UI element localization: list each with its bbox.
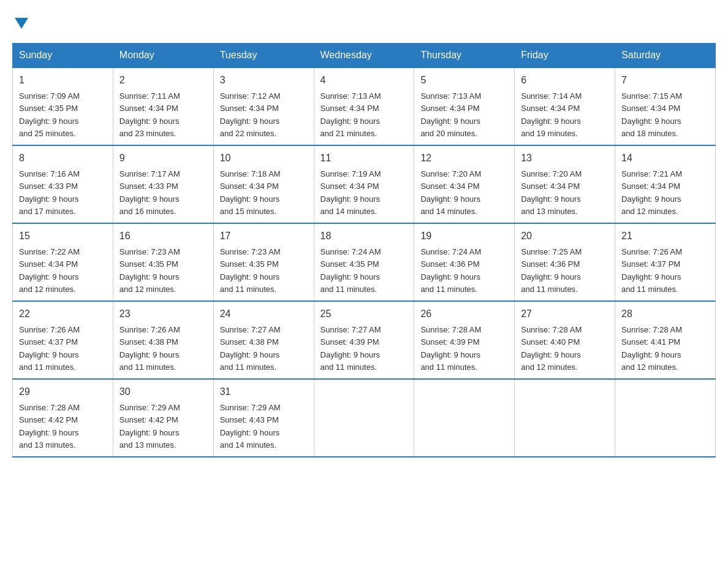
day-info: Sunrise: 7:23 AMSunset: 4:35 PMDaylight:… bbox=[220, 247, 281, 294]
day-info: Sunrise: 7:20 AMSunset: 4:34 PMDaylight:… bbox=[420, 169, 481, 216]
day-info: Sunrise: 7:20 AMSunset: 4:34 PMDaylight:… bbox=[521, 169, 582, 216]
calendar-header-row: SundayMondayTuesdayWednesdayThursdayFrid… bbox=[13, 44, 716, 68]
day-number: 23 bbox=[119, 307, 207, 321]
calendar-cell: 20Sunrise: 7:25 AMSunset: 4:36 PMDayligh… bbox=[515, 223, 615, 301]
day-info: Sunrise: 7:26 AMSunset: 4:38 PMDaylight:… bbox=[119, 325, 180, 372]
calendar-week-3: 15Sunrise: 7:22 AMSunset: 4:34 PMDayligh… bbox=[13, 223, 716, 301]
calendar-cell: 16Sunrise: 7:23 AMSunset: 4:35 PMDayligh… bbox=[113, 223, 213, 301]
calendar-week-2: 8Sunrise: 7:16 AMSunset: 4:33 PMDaylight… bbox=[13, 145, 716, 223]
calendar-cell: 18Sunrise: 7:24 AMSunset: 4:35 PMDayligh… bbox=[314, 223, 414, 301]
calendar-cell: 7Sunrise: 7:15 AMSunset: 4:34 PMDaylight… bbox=[615, 67, 716, 145]
day-number: 10 bbox=[220, 151, 308, 166]
day-info: Sunrise: 7:09 AMSunset: 4:35 PMDaylight:… bbox=[19, 91, 80, 138]
day-number: 12 bbox=[420, 151, 508, 166]
day-number: 24 bbox=[220, 307, 308, 321]
calendar-cell: 24Sunrise: 7:27 AMSunset: 4:38 PMDayligh… bbox=[213, 301, 314, 379]
day-number: 22 bbox=[19, 307, 107, 321]
calendar-week-5: 29Sunrise: 7:28 AMSunset: 4:42 PMDayligh… bbox=[13, 379, 716, 457]
day-number: 27 bbox=[521, 307, 609, 321]
calendar-cell: 19Sunrise: 7:24 AMSunset: 4:36 PMDayligh… bbox=[414, 223, 515, 301]
day-number: 13 bbox=[521, 151, 609, 166]
page-header bbox=[12, 12, 716, 31]
calendar-header-monday: Monday bbox=[113, 44, 213, 68]
day-info: Sunrise: 7:28 AMSunset: 4:39 PMDaylight:… bbox=[420, 325, 481, 372]
day-info: Sunrise: 7:24 AMSunset: 4:35 PMDaylight:… bbox=[320, 247, 381, 294]
day-info: Sunrise: 7:23 AMSunset: 4:35 PMDaylight:… bbox=[119, 247, 180, 294]
calendar-cell: 2Sunrise: 7:11 AMSunset: 4:34 PMDaylight… bbox=[113, 67, 213, 145]
calendar-cell bbox=[515, 379, 615, 457]
calendar-cell: 25Sunrise: 7:27 AMSunset: 4:39 PMDayligh… bbox=[314, 301, 414, 379]
day-info: Sunrise: 7:28 AMSunset: 4:41 PMDaylight:… bbox=[621, 325, 682, 372]
calendar-cell bbox=[414, 379, 515, 457]
calendar-cell: 12Sunrise: 7:20 AMSunset: 4:34 PMDayligh… bbox=[414, 145, 515, 223]
day-number: 26 bbox=[420, 307, 508, 321]
day-number: 4 bbox=[320, 73, 408, 88]
day-info: Sunrise: 7:14 AMSunset: 4:34 PMDaylight:… bbox=[521, 91, 582, 138]
calendar-cell bbox=[314, 379, 414, 457]
day-info: Sunrise: 7:27 AMSunset: 4:39 PMDaylight:… bbox=[320, 325, 381, 372]
day-info: Sunrise: 7:13 AMSunset: 4:34 PMDaylight:… bbox=[320, 91, 381, 138]
day-number: 17 bbox=[220, 229, 308, 243]
calendar-cell bbox=[615, 379, 716, 457]
day-info: Sunrise: 7:26 AMSunset: 4:37 PMDaylight:… bbox=[621, 247, 682, 294]
calendar-header-wednesday: Wednesday bbox=[314, 44, 414, 68]
calendar-cell: 30Sunrise: 7:29 AMSunset: 4:42 PMDayligh… bbox=[113, 379, 213, 457]
calendar-week-4: 22Sunrise: 7:26 AMSunset: 4:37 PMDayligh… bbox=[13, 301, 716, 379]
calendar-cell: 29Sunrise: 7:28 AMSunset: 4:42 PMDayligh… bbox=[13, 379, 113, 457]
day-info: Sunrise: 7:17 AMSunset: 4:33 PMDaylight:… bbox=[119, 169, 180, 216]
day-number: 3 bbox=[220, 73, 308, 88]
day-number: 20 bbox=[521, 229, 609, 243]
calendar-cell: 15Sunrise: 7:22 AMSunset: 4:34 PMDayligh… bbox=[13, 223, 113, 301]
day-info: Sunrise: 7:29 AMSunset: 4:42 PMDaylight:… bbox=[119, 403, 180, 450]
day-number: 25 bbox=[320, 307, 408, 321]
day-info: Sunrise: 7:27 AMSunset: 4:38 PMDaylight:… bbox=[220, 325, 281, 372]
calendar-cell: 31Sunrise: 7:29 AMSunset: 4:43 PMDayligh… bbox=[213, 379, 314, 457]
day-number: 9 bbox=[119, 151, 207, 166]
day-info: Sunrise: 7:22 AMSunset: 4:34 PMDaylight:… bbox=[19, 247, 80, 294]
calendar-cell: 21Sunrise: 7:26 AMSunset: 4:37 PMDayligh… bbox=[615, 223, 716, 301]
logo-triangle-icon bbox=[15, 12, 28, 33]
day-number: 1 bbox=[19, 73, 107, 88]
day-info: Sunrise: 7:19 AMSunset: 4:34 PMDaylight:… bbox=[320, 169, 381, 216]
day-number: 21 bbox=[621, 229, 709, 243]
day-number: 5 bbox=[420, 73, 508, 88]
day-number: 11 bbox=[320, 151, 408, 166]
calendar-header-tuesday: Tuesday bbox=[213, 44, 314, 68]
day-info: Sunrise: 7:29 AMSunset: 4:43 PMDaylight:… bbox=[220, 403, 281, 450]
day-number: 31 bbox=[220, 385, 308, 399]
calendar-cell: 27Sunrise: 7:28 AMSunset: 4:40 PMDayligh… bbox=[515, 301, 615, 379]
day-info: Sunrise: 7:12 AMSunset: 4:34 PMDaylight:… bbox=[220, 91, 281, 138]
day-info: Sunrise: 7:24 AMSunset: 4:36 PMDaylight:… bbox=[420, 247, 481, 294]
calendar-cell: 9Sunrise: 7:17 AMSunset: 4:33 PMDaylight… bbox=[113, 145, 213, 223]
calendar-cell: 26Sunrise: 7:28 AMSunset: 4:39 PMDayligh… bbox=[414, 301, 515, 379]
day-info: Sunrise: 7:28 AMSunset: 4:40 PMDaylight:… bbox=[521, 325, 582, 372]
calendar-cell: 17Sunrise: 7:23 AMSunset: 4:35 PMDayligh… bbox=[213, 223, 314, 301]
calendar-week-1: 1Sunrise: 7:09 AMSunset: 4:35 PMDaylight… bbox=[13, 67, 716, 145]
calendar-cell: 14Sunrise: 7:21 AMSunset: 4:34 PMDayligh… bbox=[615, 145, 716, 223]
calendar-table: SundayMondayTuesdayWednesdayThursdayFrid… bbox=[12, 43, 716, 458]
calendar-cell: 28Sunrise: 7:28 AMSunset: 4:41 PMDayligh… bbox=[615, 301, 716, 379]
day-info: Sunrise: 7:16 AMSunset: 4:33 PMDaylight:… bbox=[19, 169, 80, 216]
day-number: 2 bbox=[119, 73, 207, 88]
calendar-cell: 13Sunrise: 7:20 AMSunset: 4:34 PMDayligh… bbox=[515, 145, 615, 223]
day-info: Sunrise: 7:28 AMSunset: 4:42 PMDaylight:… bbox=[19, 403, 80, 450]
day-info: Sunrise: 7:26 AMSunset: 4:37 PMDaylight:… bbox=[19, 325, 80, 372]
day-number: 8 bbox=[19, 151, 107, 166]
calendar-cell: 22Sunrise: 7:26 AMSunset: 4:37 PMDayligh… bbox=[13, 301, 113, 379]
calendar-header-thursday: Thursday bbox=[414, 44, 515, 68]
calendar-cell: 10Sunrise: 7:18 AMSunset: 4:34 PMDayligh… bbox=[213, 145, 314, 223]
logo-general bbox=[12, 12, 28, 34]
day-number: 30 bbox=[119, 385, 207, 399]
calendar-cell: 11Sunrise: 7:19 AMSunset: 4:34 PMDayligh… bbox=[314, 145, 414, 223]
day-info: Sunrise: 7:25 AMSunset: 4:36 PMDaylight:… bbox=[521, 247, 582, 294]
calendar-cell: 1Sunrise: 7:09 AMSunset: 4:35 PMDaylight… bbox=[13, 67, 113, 145]
day-number: 15 bbox=[19, 229, 107, 243]
day-number: 14 bbox=[621, 151, 709, 166]
day-number: 16 bbox=[119, 229, 207, 243]
calendar-header-saturday: Saturday bbox=[615, 44, 716, 68]
calendar-header-sunday: Sunday bbox=[13, 44, 113, 68]
calendar-cell: 6Sunrise: 7:14 AMSunset: 4:34 PMDaylight… bbox=[515, 67, 615, 145]
calendar-cell: 23Sunrise: 7:26 AMSunset: 4:38 PMDayligh… bbox=[113, 301, 213, 379]
day-info: Sunrise: 7:15 AMSunset: 4:34 PMDaylight:… bbox=[621, 91, 682, 138]
day-number: 18 bbox=[320, 229, 408, 243]
